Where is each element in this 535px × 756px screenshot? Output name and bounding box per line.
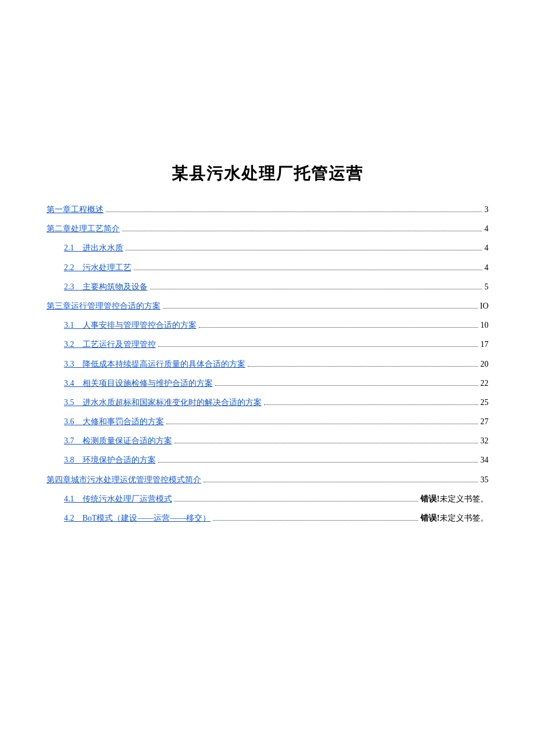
toc-entry-ch2: 第二章处理工艺简介 4 bbox=[47, 221, 488, 236]
toc-link-4-2[interactable]: 4.2 BoT模式（建设——运营——移交） bbox=[64, 511, 211, 525]
toc-page-ch4: 35 bbox=[480, 472, 488, 487]
toc-page-4-2: 错误!未定义书签。 bbox=[420, 511, 488, 525]
toc-dots-3-8 bbox=[158, 462, 479, 463]
toc-link-ch2[interactable]: 第二章处理工艺简介 bbox=[47, 221, 120, 236]
toc-link-3-3[interactable]: 3.3 降低成本持续提高运行质量的具体合适的方案 bbox=[64, 357, 245, 371]
toc-dots-2-1 bbox=[126, 250, 483, 250]
toc-entry-3-7: 3.7 检测质量保证合适的方案 32 bbox=[47, 433, 488, 448]
toc-link-2-2[interactable]: 2.2 污水处理工艺 bbox=[64, 260, 131, 275]
toc-dots-4-2 bbox=[213, 520, 418, 521]
toc-dots-ch4 bbox=[204, 482, 478, 482]
toc-dots-3-6 bbox=[166, 424, 479, 424]
toc-link-4-1[interactable]: 4.1 传统污水处理厂运营模式 bbox=[64, 492, 172, 506]
toc-entry-2-2: 2.2 污水处理工艺 4 bbox=[47, 260, 488, 275]
toc-dots-2-3 bbox=[150, 289, 483, 289]
toc-link-3-6[interactable]: 3.6 大修和事罚合适的方案 bbox=[64, 414, 164, 429]
toc-dots-3-3 bbox=[248, 366, 479, 367]
toc-page-3-3: 20 bbox=[480, 357, 488, 371]
toc-page-3-4: 22 bbox=[480, 376, 488, 390]
toc-dots-3-7 bbox=[174, 443, 479, 443]
toc-page-3-7: 32 bbox=[480, 433, 488, 448]
top-spacer bbox=[47, 35, 488, 163]
toc-link-3-1[interactable]: 3.1 人事安排与管理管控合适的方案 bbox=[64, 318, 197, 332]
error-label-4-1: 错误! bbox=[420, 495, 440, 503]
document-page: 某县污水处理厂托管运营 第一章工程概述 3 第二章处理工艺简介 4 2.1 进出… bbox=[0, 0, 535, 756]
toc-page-2-1: 4 bbox=[484, 241, 488, 255]
toc-entry-3-2: 3.2 工艺运行及管理管控 17 bbox=[47, 337, 488, 352]
toc-dots-ch3 bbox=[163, 308, 477, 309]
toc-link-ch1[interactable]: 第一章工程概述 bbox=[47, 202, 104, 217]
toc-link-3-8[interactable]: 3.8 环境保护合适的方案 bbox=[64, 453, 156, 467]
toc-entry-4-2: 4.2 BoT模式（建设——运营——移交） 错误!未定义书签。 bbox=[47, 511, 488, 525]
toc-link-ch3[interactable]: 第三章运行管理管控合适的方案 bbox=[47, 299, 160, 313]
toc-link-3-4[interactable]: 3.4 相关项目设施检修与维护合适的方案 bbox=[64, 376, 213, 390]
toc-entry-2-1: 2.1 进出水水质 4 bbox=[47, 241, 488, 255]
toc-page-4-1: 错误!未定义书签。 bbox=[420, 492, 488, 506]
table-of-contents: 第一章工程概述 3 第二章处理工艺简介 4 2.1 进出水水质 4 2.2 污水… bbox=[47, 202, 488, 525]
toc-dots-3-1 bbox=[199, 327, 479, 328]
toc-entry-4-1: 4.1 传统污水处理厂运营模式 错误!未定义书签。 bbox=[47, 492, 488, 506]
toc-dots-4-1 bbox=[174, 501, 419, 501]
toc-link-ch4[interactable]: 第四章城市污水处理运优管理管控模式简介 bbox=[47, 472, 201, 487]
toc-page-3-5: 25 bbox=[480, 395, 488, 410]
toc-page-3-2: 17 bbox=[480, 337, 488, 352]
toc-entry-ch3: 第三章运行管理管控合适的方案 IO bbox=[47, 299, 488, 313]
toc-dots-3-4 bbox=[215, 385, 479, 386]
toc-entry-ch4: 第四章城市污水处理运优管理管控模式简介 35 bbox=[47, 472, 488, 487]
toc-page-3-1: 10 bbox=[480, 318, 488, 332]
toc-entry-ch1: 第一章工程概述 3 bbox=[47, 202, 488, 217]
toc-entry-3-4: 3.4 相关项目设施检修与维护合适的方案 22 bbox=[47, 376, 488, 390]
toc-dots-3-2 bbox=[158, 346, 479, 347]
toc-page-3-8: 34 bbox=[480, 453, 488, 467]
toc-link-2-3[interactable]: 2.3 主要构筑物及设备 bbox=[64, 280, 148, 294]
toc-page-2-3: 5 bbox=[484, 280, 488, 294]
toc-entry-2-3: 2.3 主要构筑物及设备 5 bbox=[47, 280, 488, 294]
toc-link-2-1[interactable]: 2.1 进出水水质 bbox=[64, 241, 123, 255]
toc-dots-3-5 bbox=[264, 404, 479, 405]
toc-page-3-6: 27 bbox=[480, 414, 488, 429]
page-title: 某县污水处理厂托管运营 bbox=[47, 163, 488, 185]
toc-dots-ch1 bbox=[106, 212, 482, 212]
toc-entry-3-1: 3.1 人事安排与管理管控合适的方案 10 bbox=[47, 318, 488, 332]
toc-page-ch2: 4 bbox=[484, 221, 488, 236]
toc-dots-2-2 bbox=[134, 270, 483, 270]
toc-dots-ch2 bbox=[122, 231, 482, 231]
toc-entry-3-3: 3.3 降低成本持续提高运行质量的具体合适的方案 20 bbox=[47, 357, 488, 371]
toc-link-3-5[interactable]: 3.5 进水水质超标和国家标准变化时的解决合适的方案 bbox=[64, 395, 262, 410]
toc-page-ch3: IO bbox=[480, 299, 488, 313]
toc-entry-3-5: 3.5 进水水质超标和国家标准变化时的解决合适的方案 25 bbox=[47, 395, 488, 410]
toc-link-3-7[interactable]: 3.7 检测质量保证合适的方案 bbox=[64, 433, 172, 448]
toc-entry-3-6: 3.6 大修和事罚合适的方案 27 bbox=[47, 414, 488, 429]
toc-entry-3-8: 3.8 环境保护合适的方案 34 bbox=[47, 453, 488, 467]
toc-page-2-2: 4 bbox=[484, 260, 488, 275]
toc-link-3-2[interactable]: 3.2 工艺运行及管理管控 bbox=[64, 337, 156, 352]
error-label-4-2: 错误! bbox=[420, 514, 440, 522]
toc-page-ch1: 3 bbox=[484, 202, 488, 217]
